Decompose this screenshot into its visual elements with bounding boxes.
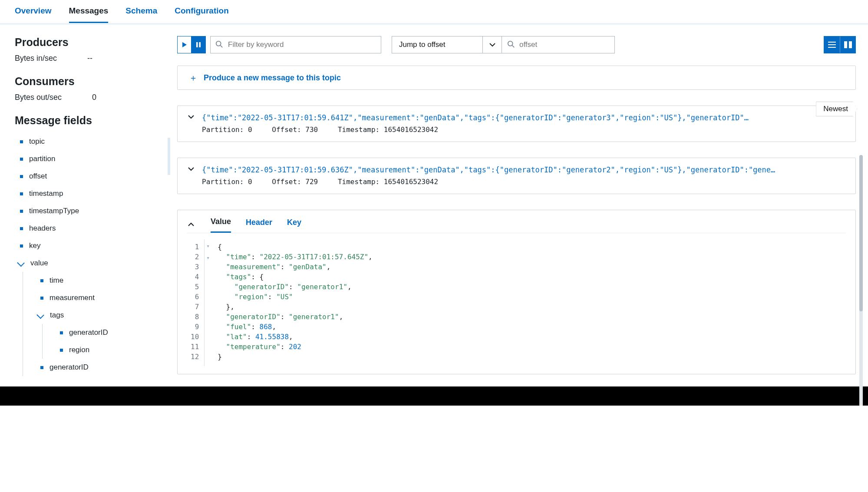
produce-message-button[interactable]: ＋ Produce a new message to this topic <box>177 66 856 90</box>
field-tags-generatorid[interactable]: generatorID <box>43 324 161 341</box>
jump-dropdown-button[interactable] <box>483 36 502 53</box>
bullet-icon <box>20 192 23 195</box>
svg-line-3 <box>221 46 223 48</box>
message-preview[interactable]: {"time":"2022-05-31T17:01:59.636Z","meas… <box>202 165 846 174</box>
line-numbers: 123456789101112 <box>187 239 205 366</box>
bullet-icon <box>40 297 43 300</box>
svg-rect-7 <box>828 44 836 45</box>
field-offset[interactable]: offset <box>15 168 161 185</box>
detail-tab-key[interactable]: Key <box>287 218 301 232</box>
field-key[interactable]: key <box>15 237 161 254</box>
message-meta: Partition: 0 Offset: 729 Timestamp: 1654… <box>187 178 846 186</box>
messages-toolbar: Jump to offset <box>177 36 856 53</box>
produce-message-label: Produce a new message to this topic <box>204 73 341 83</box>
newest-badge: Newest <box>816 102 857 116</box>
tab-messages[interactable]: Messages <box>69 6 109 23</box>
svg-rect-8 <box>828 47 836 48</box>
bullet-icon <box>20 140 23 143</box>
filter-keyword-input[interactable] <box>210 36 381 53</box>
bullet-icon <box>40 366 43 369</box>
sidebar: Producers Bytes in/sec -- Consumers Byte… <box>0 25 169 386</box>
tab-configuration[interactable]: Configuration <box>175 6 229 23</box>
jump-to-offset-select[interactable]: Jump to offset <box>392 36 483 53</box>
svg-rect-9 <box>844 41 847 48</box>
expand-toggle[interactable] <box>187 113 195 122</box>
bullet-icon <box>60 331 63 334</box>
field-topic[interactable]: topic <box>15 133 161 150</box>
message-card: {"time":"2022-05-31T17:01:59.636Z","meas… <box>177 158 856 194</box>
detail-tab-header[interactable]: Header <box>246 218 272 232</box>
svg-rect-1 <box>199 42 201 47</box>
list-icon <box>828 41 836 48</box>
offset-input[interactable] <box>502 36 615 53</box>
bullet-icon <box>20 244 23 248</box>
detail-tab-value[interactable]: Value <box>211 217 231 233</box>
producers-metric: Bytes in/sec -- <box>15 54 161 63</box>
producers-metric-label: Bytes in/sec <box>15 54 57 63</box>
search-icon <box>215 40 223 50</box>
search-icon <box>507 40 515 50</box>
plus-icon: ＋ <box>189 72 198 84</box>
svg-rect-0 <box>196 42 198 47</box>
producers-metric-value: -- <box>87 54 92 63</box>
message-card: Newest {"time":"2022-05-31T17:01:59.641Z… <box>177 106 856 142</box>
bullet-icon <box>20 175 23 178</box>
producers-heading: Producers <box>15 36 161 49</box>
split-view-button[interactable] <box>840 36 855 53</box>
consumers-metric-value: 0 <box>92 93 96 102</box>
bottom-bar <box>0 386 868 406</box>
stream-controls <box>177 36 206 53</box>
view-toggle <box>824 36 856 53</box>
field-tags-region[interactable]: region <box>43 341 161 359</box>
message-preview[interactable]: {"time":"2022-05-31T17:01:59.641Z","meas… <box>202 113 846 122</box>
field-headers[interactable]: headers <box>15 220 161 237</box>
chevron-down-icon <box>489 43 495 47</box>
collapse-toggle[interactable] <box>187 221 195 230</box>
play-button[interactable] <box>177 36 191 53</box>
field-timestamp[interactable]: timestamp <box>15 185 161 202</box>
svg-line-5 <box>512 46 515 48</box>
json-viewer: 123456789101112 ▾▾ { "time": "2022-05-31… <box>187 239 846 366</box>
pause-icon <box>196 42 201 48</box>
chevron-down-icon <box>37 312 44 319</box>
message-meta: Partition: 0 Offset: 730 Timestamp: 1654… <box>187 125 846 134</box>
message-fields-list: topic partition offset timestamp timesta… <box>15 133 161 376</box>
tab-schema[interactable]: Schema <box>125 6 157 23</box>
message-card-expanded: Value Header Key 123456789101112 ▾▾ { "t… <box>177 210 856 374</box>
message-fields-heading: Message fields <box>15 114 161 127</box>
list-view-button[interactable] <box>824 36 840 53</box>
consumers-heading: Consumers <box>15 75 161 88</box>
consumers-metric-label: Bytes out/sec <box>15 93 62 102</box>
chevron-down-icon <box>17 260 24 267</box>
scrollbar[interactable] <box>859 155 863 406</box>
columns-icon <box>844 41 852 48</box>
expand-toggle[interactable] <box>187 165 195 174</box>
field-value-time[interactable]: time <box>23 272 161 289</box>
top-tabs: Overview Messages Schema Configuration <box>0 0 868 23</box>
code-body[interactable]: { "time": "2022-05-31T17:01:57.645Z", "m… <box>211 239 372 366</box>
svg-point-2 <box>216 41 221 46</box>
field-value-tags[interactable]: tags <box>23 307 161 324</box>
field-value[interactable]: value <box>15 254 161 272</box>
fold-gutter[interactable]: ▾▾ <box>205 239 211 366</box>
tab-overview[interactable]: Overview <box>15 6 52 23</box>
message-detail-tabs: Value Header Key <box>187 217 846 233</box>
consumers-metric: Bytes out/sec 0 <box>15 93 161 102</box>
pause-button[interactable] <box>191 36 206 53</box>
svg-point-4 <box>508 41 513 46</box>
svg-rect-10 <box>849 41 852 48</box>
bullet-icon <box>20 210 23 213</box>
field-partition[interactable]: partition <box>15 150 161 168</box>
svg-rect-6 <box>828 42 836 43</box>
bullet-icon <box>60 349 63 352</box>
bullet-icon <box>20 227 23 230</box>
bullet-icon <box>40 279 43 282</box>
field-timestamptype[interactable]: timestampType <box>15 202 161 220</box>
field-value-generatorid[interactable]: generatorID <box>23 359 161 376</box>
play-icon <box>182 42 187 48</box>
field-value-measurement[interactable]: measurement <box>23 289 161 307</box>
main-content: Jump to offset <box>169 25 868 386</box>
bullet-icon <box>20 158 23 161</box>
